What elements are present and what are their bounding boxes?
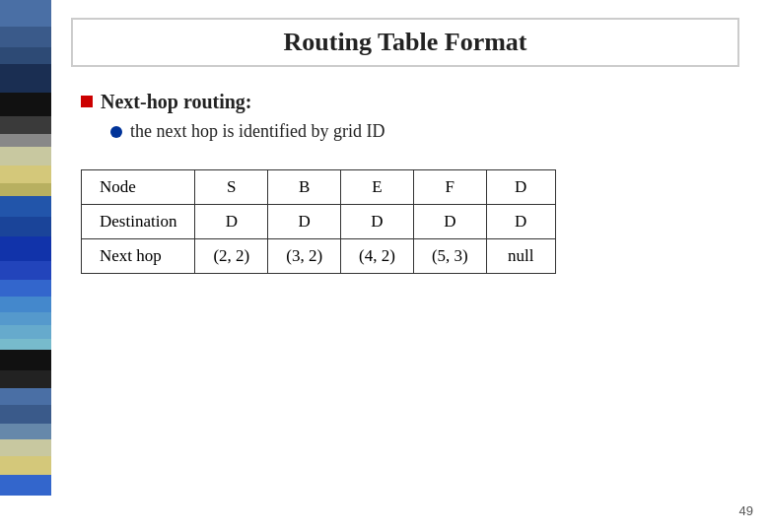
color-block bbox=[0, 456, 51, 475]
table-header-cell: F bbox=[413, 170, 486, 205]
main-bullet-text: Next-hop routing: bbox=[101, 91, 252, 113]
color-block bbox=[0, 297, 51, 311]
color-block bbox=[0, 183, 51, 196]
page-title: Routing Table Format bbox=[283, 28, 526, 56]
color-block bbox=[0, 261, 51, 280]
table-header-cell: B bbox=[268, 170, 341, 205]
color-block bbox=[0, 27, 51, 47]
color-block bbox=[0, 405, 51, 424]
square-bullet-icon bbox=[81, 96, 93, 107]
table-cell: D bbox=[413, 205, 486, 239]
table-header-cell: Node bbox=[82, 170, 195, 205]
color-block bbox=[0, 217, 51, 235]
table-row: DestinationDDDDD bbox=[82, 205, 556, 239]
color-block bbox=[0, 388, 51, 405]
table-cell: D bbox=[268, 205, 341, 239]
color-block bbox=[0, 339, 51, 351]
color-block bbox=[0, 370, 51, 387]
sub-bullet-item: the next hop is identified by grid ID bbox=[110, 121, 739, 142]
table-header-cell: S bbox=[195, 170, 268, 205]
table-cell: D bbox=[486, 205, 555, 239]
main-content: Routing Table Format Next-hop routing: t… bbox=[51, 0, 769, 532]
color-block bbox=[0, 93, 51, 116]
page-number: 49 bbox=[739, 503, 753, 518]
routing-table-container: NodeSBEFDDestinationDDDDDNext hop(2, 2)(… bbox=[81, 169, 739, 274]
table-row: Next hop(2, 2)(3, 2)(4, 2)(5, 3)null bbox=[82, 239, 556, 274]
table-cell: null bbox=[486, 239, 555, 274]
color-block bbox=[0, 350, 51, 370]
table-cell: D bbox=[195, 205, 268, 239]
color-block bbox=[0, 312, 51, 325]
routing-table: NodeSBEFDDestinationDDDDDNext hop(2, 2)(… bbox=[81, 169, 556, 274]
title-box: Routing Table Format bbox=[71, 18, 739, 67]
color-block bbox=[0, 475, 51, 496]
color-block bbox=[0, 424, 51, 438]
table-header-cell: D bbox=[486, 170, 555, 205]
color-block bbox=[0, 134, 51, 147]
color-block bbox=[0, 64, 51, 93]
color-block bbox=[0, 236, 51, 261]
table-row-label: Next hop bbox=[82, 239, 195, 274]
bullet-section: Next-hop routing: the next hop is identi… bbox=[81, 91, 739, 142]
color-block bbox=[0, 325, 51, 338]
table-cell: (2, 2) bbox=[195, 239, 268, 274]
main-bullet-item: Next-hop routing: bbox=[81, 91, 739, 113]
color-block bbox=[0, 496, 51, 532]
color-strip bbox=[0, 0, 51, 532]
table-row-label: Destination bbox=[82, 205, 195, 239]
circle-bullet-icon bbox=[110, 126, 122, 138]
sub-bullet-text: the next hop is identified by grid ID bbox=[130, 121, 384, 142]
color-block bbox=[0, 166, 51, 182]
color-block bbox=[0, 439, 51, 456]
color-block bbox=[0, 147, 51, 166]
color-block bbox=[0, 116, 51, 133]
color-block bbox=[0, 280, 51, 297]
color-block bbox=[0, 47, 51, 64]
table-cell: (5, 3) bbox=[413, 239, 486, 274]
table-cell: (4, 2) bbox=[341, 239, 414, 274]
color-block bbox=[0, 196, 51, 217]
table-header-cell: E bbox=[341, 170, 414, 205]
table-cell: D bbox=[341, 205, 414, 239]
table-cell: (3, 2) bbox=[268, 239, 341, 274]
color-block bbox=[0, 0, 51, 27]
